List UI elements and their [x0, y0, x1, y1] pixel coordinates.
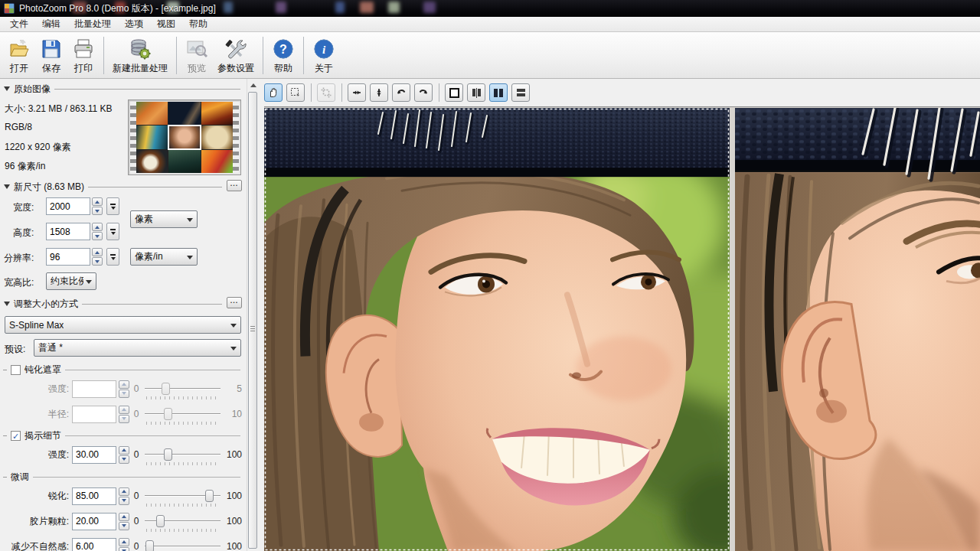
sharpen-input[interactable] [72, 487, 116, 505]
save-button[interactable]: 保存 [35, 34, 67, 77]
sharpen-slider[interactable] [145, 488, 220, 504]
height-spinner[interactable] [92, 223, 103, 240]
single-view-button[interactable] [445, 83, 463, 102]
slider-thumb[interactable] [164, 448, 172, 461]
resolution-input[interactable] [46, 248, 90, 266]
preview-label: 预览 [188, 62, 206, 75]
sidebar-scrollbar[interactable] [247, 79, 258, 551]
preset-dropdown[interactable]: 普通 * [34, 339, 241, 357]
film-grain-spinner[interactable] [119, 513, 129, 530]
unsharp-radius-slider[interactable] [145, 406, 220, 422]
width-preset-menu-button[interactable] [106, 197, 119, 215]
new-size-section-header[interactable]: 新尺寸 (8.63 MB) [4, 181, 222, 192]
preview-button[interactable]: 预览 [181, 34, 213, 77]
width-spinner[interactable] [92, 197, 103, 215]
height-input[interactable] [46, 223, 90, 240]
reveal-strength-input[interactable] [72, 446, 116, 464]
resize-method-section-header[interactable]: 调整大小的方式 [4, 298, 222, 309]
reveal-strength-slider[interactable] [145, 447, 220, 462]
unsharp-strength-spinner[interactable] [119, 380, 129, 398]
enlarged-photo [735, 108, 980, 551]
reduce-artifacts-spinner[interactable] [119, 538, 129, 551]
slider-thumb[interactable] [156, 515, 165, 527]
result-preview-panel[interactable] [735, 108, 980, 551]
scrollbar-thumb[interactable] [248, 92, 257, 549]
image-thumbnail-strip[interactable] [128, 99, 241, 175]
film-grain-row: 胶片颗粒: 0 100 [2, 511, 242, 531]
preset-label: 预设: [5, 343, 25, 356]
new-size-more-button[interactable]: ... [227, 180, 242, 191]
width-input[interactable] [46, 197, 90, 215]
reveal-detail-header: ✓ 揭示细节 [3, 430, 240, 442]
resolution-spinner[interactable] [92, 248, 103, 266]
aspect-dropdown[interactable]: 约束比例 [46, 272, 96, 290]
flip-vertical-button[interactable] [370, 83, 388, 102]
help-button[interactable]: ? 帮助 [267, 34, 299, 77]
scrollbar-up-button[interactable] [248, 80, 258, 90]
menu-edit[interactable]: 编辑 [35, 16, 67, 32]
slider-thumb[interactable] [145, 540, 154, 551]
rotate-right-icon [417, 86, 430, 99]
flip-horizontal-button[interactable] [348, 83, 366, 102]
crop-tool-button[interactable] [317, 83, 335, 102]
original-photo [264, 108, 730, 551]
rotate-left-button[interactable] [392, 83, 410, 102]
thumbnail-tile-selected[interactable] [168, 126, 200, 148]
size-unit-dropdown[interactable]: 像素 [130, 210, 198, 228]
film-grain-input[interactable] [72, 513, 116, 530]
resolution-preset-menu-button[interactable] [106, 248, 119, 266]
about-button[interactable]: i 关于 [308, 34, 340, 77]
split-view-button[interactable] [467, 83, 485, 102]
resize-method-more-button[interactable]: ... [227, 297, 242, 308]
save-floppy-icon [40, 37, 63, 60]
reduce-artifacts-slider[interactable] [145, 539, 220, 551]
unsharp-radius-spinner[interactable] [119, 406, 129, 423]
menu-view[interactable]: 视图 [150, 16, 182, 32]
selection-tool-button[interactable] [286, 83, 305, 102]
menu-options[interactable]: 选项 [118, 16, 150, 32]
open-button[interactable]: 打开 [3, 34, 35, 77]
side-by-side-view-button[interactable] [489, 83, 508, 102]
unsharp-radius-input[interactable] [72, 406, 116, 423]
resolution-unit-dropdown[interactable]: 像素/in [130, 248, 198, 266]
unsharp-strength-slider[interactable] [145, 381, 220, 396]
svg-text:?: ? [279, 43, 287, 56]
titlebar-glass-blob [360, 2, 374, 13]
new-batch-button[interactable]: 新建批量处理 [108, 34, 172, 77]
original-preview-panel[interactable] [264, 108, 730, 551]
titlebar-glass-blob [335, 2, 345, 13]
settings-button[interactable]: 参数设置 [213, 34, 259, 77]
original-resolution: 96 像素/in [5, 160, 45, 173]
reveal-detail-checkbox[interactable]: ✓ [11, 431, 21, 441]
print-button[interactable]: 打印 [67, 34, 100, 77]
slider-max: 100 [222, 449, 242, 460]
unsharp-strength-input[interactable] [72, 380, 116, 398]
resize-method-dropdown[interactable]: S-Spline Max [5, 316, 241, 334]
original-image-section-header[interactable]: 原始图像 [4, 83, 240, 94]
slider-thumb[interactable] [162, 383, 170, 395]
crop-icon [320, 86, 332, 99]
field-label: 减少不自然感: [2, 540, 72, 551]
height-preset-menu-button[interactable] [106, 223, 119, 240]
slider-thumb[interactable] [205, 490, 214, 502]
film-grain-slider[interactable] [145, 514, 220, 529]
toolbar-separator [176, 37, 177, 74]
field-label: 锐化: [2, 490, 72, 503]
unsharp-radius-row: 半径: 0 10 [2, 404, 242, 424]
menu-file[interactable]: 文件 [3, 16, 35, 32]
hand-tool-button[interactable] [264, 83, 283, 102]
menu-help[interactable]: 帮助 [182, 16, 214, 32]
preview-image-icon [185, 37, 208, 60]
content-area: 原始图像 大小: 3.21 MB / 863.11 KB RGB/8 1220 … [0, 79, 980, 551]
reduce-artifacts-input[interactable] [72, 538, 116, 551]
menu-batch[interactable]: 批量处理 [67, 16, 118, 32]
top-bottom-view-button[interactable] [511, 83, 530, 102]
slider-thumb[interactable] [164, 408, 172, 420]
unsharp-mask-checkbox[interactable] [11, 365, 21, 375]
new-batch-label: 新建批量处理 [113, 62, 168, 75]
sharpen-spinner[interactable] [119, 487, 129, 505]
resolution-label: 分辨率: [4, 252, 34, 265]
titlebar-glass-blob [423, 2, 436, 13]
rotate-right-button[interactable] [414, 83, 433, 102]
reveal-strength-spinner[interactable] [119, 446, 129, 464]
